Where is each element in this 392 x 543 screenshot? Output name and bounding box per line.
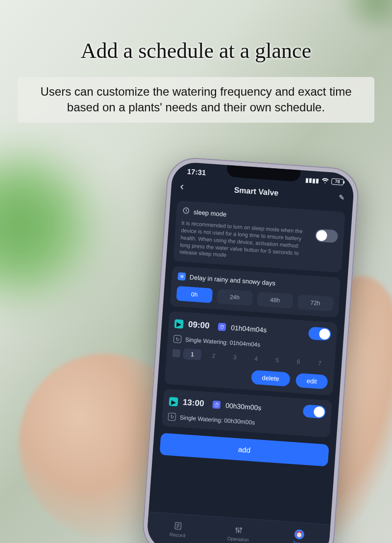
sleep-mode-toggle[interactable] xyxy=(315,229,339,243)
schedule-mode-label: Single Watering: 01h04m04s xyxy=(185,336,260,349)
schedule-card: ▶ 13:00 ⏱ 00h30m00s ↻ Single Watering: 0… xyxy=(162,389,332,438)
schedule-toggle[interactable] xyxy=(308,327,332,341)
record-icon xyxy=(173,520,183,531)
delay-option-0h[interactable]: 0h xyxy=(176,286,212,303)
svg-point-4 xyxy=(240,527,242,529)
sleep-mode-card: sleep mode It is recommended to turn on … xyxy=(173,200,345,273)
day-1[interactable]: 1 xyxy=(183,348,202,361)
signal-icon: ▮▮▮▮ xyxy=(305,176,319,184)
tab-label: Timer xyxy=(293,540,305,543)
delay-option-72h[interactable]: 72h xyxy=(297,294,333,311)
schedule-mode-label: Single Watering: 00h30m00s xyxy=(179,414,255,426)
operation-icon xyxy=(233,525,244,535)
day-5[interactable]: 5 xyxy=(268,354,287,366)
delay-option-48h[interactable]: 48h xyxy=(257,292,293,309)
snowflake-icon: ❄ xyxy=(177,272,186,281)
wifi-icon xyxy=(321,177,329,184)
delay-option-24h[interactable]: 24h xyxy=(217,289,253,306)
tab-operation[interactable]: Operation xyxy=(207,517,270,543)
timer-icon: ⏰ xyxy=(294,529,304,539)
schedule-toggle[interactable] xyxy=(303,405,326,419)
day-7[interactable]: 7 xyxy=(310,357,329,369)
duration-icon: ⏱ xyxy=(218,323,226,331)
schedule-duration: 01h04m04s xyxy=(231,324,267,334)
day-6[interactable]: 6 xyxy=(289,356,308,368)
app-screen: 17:31 ▮▮▮▮ 78 ‹ Smart Valve ✎ xyxy=(146,161,355,543)
decorative-leaf-blur xyxy=(0,137,98,314)
duration-icon: ⏱ xyxy=(213,401,221,409)
add-button[interactable]: add xyxy=(159,433,329,467)
promo-headline: Add a schedule at a glance xyxy=(0,0,392,63)
phone-frame: 17:31 ▮▮▮▮ 78 ‹ Smart Valve ✎ xyxy=(141,156,360,543)
svg-point-3 xyxy=(238,530,239,532)
edit-button[interactable]: edit xyxy=(295,373,328,389)
clock-icon xyxy=(182,207,190,216)
schedule-time: 09:00 xyxy=(188,320,210,331)
status-time: 17:31 xyxy=(187,167,206,177)
repeat-icon: ↻ xyxy=(168,413,176,421)
tab-bar: Record Operation ⏰ Timer xyxy=(146,512,330,543)
schedule-time: 13:00 xyxy=(182,397,204,409)
play-icon: ▶ xyxy=(169,397,178,407)
schedule-duration: 00h30m00s xyxy=(225,402,262,412)
tab-label: Operation xyxy=(227,536,249,543)
promo-subtext: Users can customize the watering frequen… xyxy=(18,77,374,123)
tab-timer[interactable]: ⏰ Timer xyxy=(268,520,330,543)
edit-icon[interactable]: ✎ xyxy=(338,193,344,202)
day-4[interactable]: 4 xyxy=(246,353,266,365)
delay-card: ❄ Delay in rainy and snowy days 0h 24h 4… xyxy=(170,266,341,318)
battery-icon: 78 xyxy=(331,178,344,185)
play-icon: ▶ xyxy=(174,319,184,329)
sleep-mode-label: sleep mode xyxy=(194,208,227,218)
tab-record[interactable]: Record xyxy=(147,512,209,543)
day-2[interactable]: 2 xyxy=(204,350,223,362)
tab-label: Record xyxy=(170,532,186,538)
delay-title: Delay in rainy and snowy days xyxy=(189,273,275,286)
sleep-mode-description: It is recommended to turn on sleep mode … xyxy=(179,219,310,264)
day-3[interactable]: 3 xyxy=(225,351,245,363)
calendar-icon xyxy=(172,349,180,358)
repeat-icon: ↻ xyxy=(173,335,181,343)
delete-button[interactable]: delete xyxy=(251,370,291,387)
schedule-card: ▶ 09:00 ⏱ 01h04m04s ↻ Single Watering: 0… xyxy=(165,311,338,396)
svg-point-2 xyxy=(236,528,237,529)
